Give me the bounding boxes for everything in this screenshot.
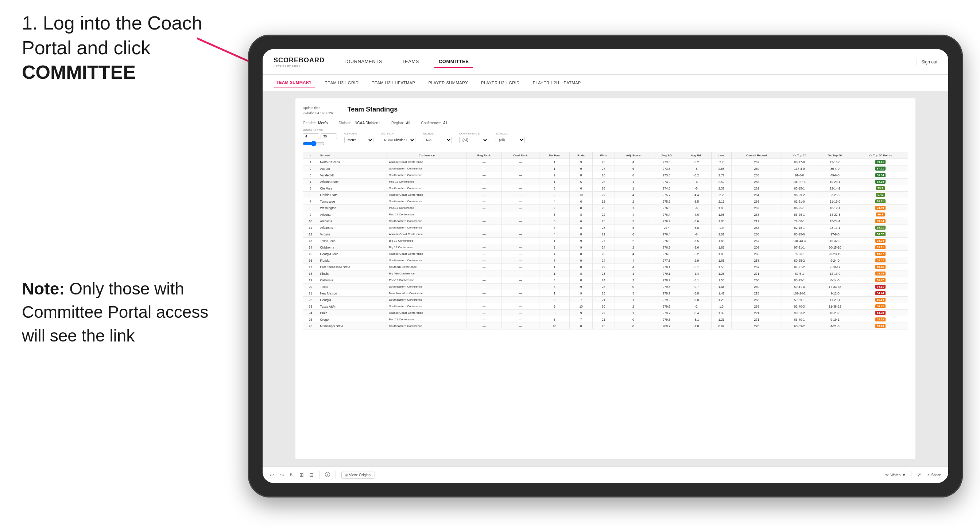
cell-points: 58.24 (853, 270, 908, 277)
nav-committee[interactable]: COMMITTEE (434, 56, 473, 68)
sub-nav-player-h2h-grid[interactable]: PLAYER H2H GRID (478, 78, 523, 87)
nav-tournaments[interactable]: TOURNAMENTS (339, 56, 387, 68)
cell-overall: 262 (732, 205, 781, 211)
cell-avg-rd: -3.1 (681, 316, 711, 323)
cell-school: Alabama (318, 218, 387, 224)
cell-reg-rank: — (466, 264, 502, 270)
share-button[interactable]: ↗ Share (927, 473, 941, 477)
cell-wins: 18 (592, 185, 614, 192)
sub-nav-player-summary[interactable]: PLAYER SUMMARY (425, 78, 471, 87)
cell-adj-score: 4 (614, 192, 652, 198)
cell-points: 68.57 (853, 231, 908, 238)
cell-points: 59.02 (853, 257, 908, 264)
cell-wins: 23 (592, 205, 614, 211)
cell-avg-rd: -5.1 (681, 277, 711, 284)
cell-conference: Pac-12 Conference (387, 179, 466, 185)
cell-vs-top50: 8-14-0 (817, 277, 853, 284)
tablet-screen: SCOREBOARD Powered by clippd TOURNAMENTS… (262, 49, 948, 483)
division-select[interactable]: NCAA Division I (381, 137, 415, 143)
sub-nav-player-h2h-heatmap[interactable]: PLAYER H2H HEATMAP (530, 78, 584, 87)
cell-rnds: 9 (570, 310, 593, 316)
toolbar-divider-2 (336, 471, 336, 479)
cell-vs-top50: 33-25-2 (817, 192, 853, 198)
cell-rank: 19 (303, 277, 318, 284)
cell-adj-score: 1 (614, 270, 652, 277)
cell-rnds: 9 (570, 244, 593, 251)
watch-button[interactable]: 👁 Watch ▼ (885, 473, 905, 477)
cell-vs-top25: 62-5-1 (781, 270, 817, 277)
info-icon[interactable]: ⓘ (325, 471, 330, 478)
cell-school: Georgia (318, 297, 387, 303)
sub-nav-team-summary[interactable]: TEAM SUMMARY (274, 78, 315, 87)
cell-wins: 28 (592, 284, 614, 290)
cell-no-tour: 2 (539, 205, 570, 211)
cell-wins: 21 (592, 231, 614, 238)
undo-icon[interactable]: ↩ (270, 472, 274, 478)
min-rounds-slider[interactable] (303, 141, 325, 146)
sign-out-button[interactable]: Sign out (921, 59, 937, 65)
cell-adj-score: 3 (614, 218, 652, 224)
cell-overall: 203 (732, 172, 781, 179)
sub-nav-team-h2h-heatmap[interactable]: TEAM H2H HEATMAP (369, 78, 418, 87)
cell-wins: 27 (592, 238, 614, 244)
cell-adj-score: 6 (614, 165, 652, 172)
cell-no-tour: 1 (539, 159, 570, 165)
filter-region-display: Region: All (391, 121, 410, 125)
expand-icon[interactable]: ⤢ (917, 472, 921, 478)
nav-teams[interactable]: TEAMS (398, 56, 423, 68)
cell-points: 53.98 (853, 310, 908, 316)
note-text: Note: Only those with Committee Portal a… (22, 277, 226, 347)
redo-icon[interactable]: ↪ (280, 472, 284, 478)
cell-vs-top50: 42-16-0 (817, 159, 853, 165)
cell-points: 63.34 (853, 238, 908, 244)
min-rounds-input-2[interactable] (321, 133, 337, 139)
table-row: 9ArizonaPac-12 Conference——38224276.4-4.… (303, 211, 908, 218)
cell-reg-rank: — (466, 211, 502, 218)
cell-low: 2.52 (711, 179, 732, 185)
cell-school: Auburn (318, 165, 387, 172)
cell-avg-sg: 279.1 (652, 270, 681, 277)
cell-conf-rank: — (502, 297, 539, 303)
cell-no-tour: 2 (539, 244, 570, 251)
cell-avg-sg: 276.8 (652, 251, 681, 257)
cell-adj-score: 4 (614, 251, 652, 257)
sub-nav-team-h2h-grid[interactable]: TEAM H2H GRID (322, 78, 362, 87)
school-select[interactable]: (All) (496, 137, 525, 143)
cell-reg-rank: — (466, 284, 502, 290)
cell-adj-score: 2 (614, 238, 652, 244)
refresh-icon[interactable]: ↻ (290, 472, 294, 478)
cell-rnds: 8 (570, 323, 593, 329)
cell-low: 1.85 (711, 244, 732, 251)
cell-reg-rank: — (466, 218, 502, 224)
cell-conf-rank: — (502, 257, 539, 264)
cell-vs-top50: 14-21-3 (817, 211, 853, 218)
cell-points: 60.94 (853, 218, 908, 224)
conference-select[interactable]: (All) (459, 137, 488, 143)
view-original-button[interactable]: ⊞ View: Original (341, 471, 375, 479)
view-label: View: Original (349, 473, 372, 477)
cell-rnds: 8 (570, 231, 593, 238)
cell-wins: 24 (592, 257, 614, 264)
cell-rnds: 9 (570, 284, 593, 290)
gender-select[interactable]: Men's (344, 137, 374, 143)
col-top50-points: Vs Top 50 Points (853, 152, 908, 159)
cell-no-tour: 6 (539, 224, 570, 231)
cell-avg-rd: -3.8 (681, 224, 711, 231)
cell-vs-top25: 86-26-1 (781, 211, 817, 218)
cell-avg-sg: 279.5 (652, 316, 681, 323)
region-select[interactable]: N/A (423, 137, 452, 143)
cell-vs-top25: 83-15-0 (781, 231, 817, 238)
cell-rank: 26 (303, 323, 318, 329)
paste-icon[interactable]: ⊟ (309, 472, 313, 478)
cell-rank: 3 (303, 172, 318, 179)
panel-header-section: Update time: 27/03/2024 16:56:26 Team St… (303, 106, 908, 116)
min-rounds-input-1[interactable] (303, 133, 319, 139)
cell-school: East Tennessee State (318, 264, 387, 270)
copy-icon[interactable]: ⊞ (299, 472, 304, 478)
cell-overall: 265 (732, 251, 781, 257)
main-content: Update time: 27/03/2024 16:56:26 Team St… (262, 91, 948, 467)
cell-vs-top25: 63-15-1 (781, 185, 817, 192)
cell-avg-rd: -6.2 (681, 251, 711, 257)
cell-adj-score: 3 (614, 290, 652, 297)
cell-points: 56.27 (853, 277, 908, 284)
